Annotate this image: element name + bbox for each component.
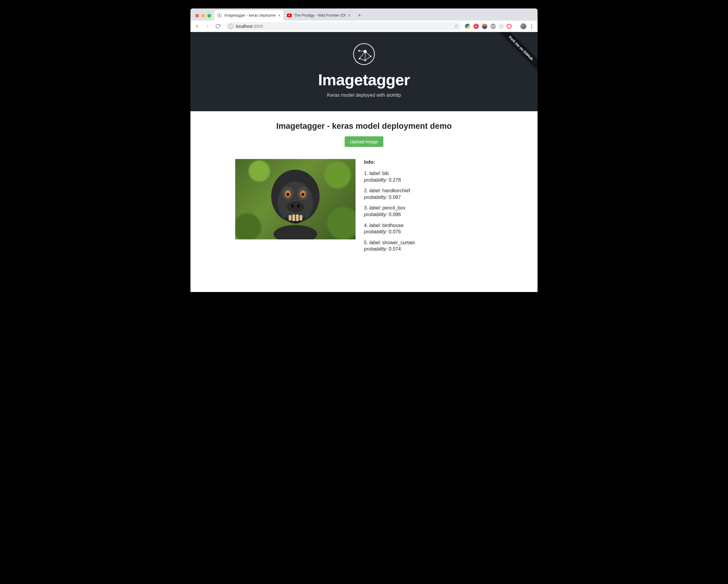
svg-line-5	[219, 15, 220, 16]
svg-point-0	[217, 13, 222, 18]
svg-rect-33	[292, 214, 295, 221]
extension-icon[interactable]	[482, 24, 487, 29]
tab-title: Imagetagger - keras deployme	[224, 13, 276, 18]
prediction-item: 2. label: handkerchiefprobability: 0.097	[364, 187, 415, 201]
svg-point-36	[274, 225, 317, 239]
svg-point-28	[302, 193, 305, 196]
svg-line-20	[365, 56, 371, 60]
browser-menu-button[interactable]	[529, 23, 534, 30]
reload-button[interactable]	[213, 22, 222, 30]
back-button[interactable]	[193, 22, 201, 30]
extension-icon[interactable]: A	[499, 24, 504, 29]
predictions-panel: Info: 1. label: bibprobability: 0.2782. …	[364, 159, 415, 257]
main-heading: Imagetagger - keras model deployment dem…	[190, 122, 538, 131]
main-section: Imagetagger - keras model deployment dem…	[190, 111, 538, 257]
svg-rect-34	[296, 214, 299, 221]
site-info-icon[interactable]: i	[229, 24, 233, 29]
forward-button[interactable]	[203, 22, 212, 30]
prediction-item: 4. label: birdhouseprobability: 0.076	[364, 222, 415, 235]
result-row: Info: 1. label: bibprobability: 0.2782. …	[190, 147, 538, 257]
browser-window: Imagetagger - keras deployme × The Prodi…	[190, 8, 538, 292]
hero-section: Imagetagger Keras model deployed with ai…	[190, 32, 538, 111]
svg-line-18	[365, 51, 371, 56]
window-minimize-button[interactable]	[201, 14, 205, 18]
upload-image-button[interactable]: Upload image	[345, 136, 384, 147]
extension-icons: ABP A	[465, 23, 535, 30]
svg-point-31	[297, 204, 300, 208]
address-bar[interactable]: i localhost:8000 ☆	[226, 22, 461, 30]
youtube-icon	[287, 13, 292, 18]
page-content: Imagetagger Keras model deployed with ai…	[190, 32, 538, 292]
svg-line-16	[360, 51, 365, 59]
opera-extension-icon[interactable]	[507, 24, 512, 29]
github-ribbon: Fork me on GitHub	[492, 32, 538, 77]
window-controls	[194, 14, 214, 21]
uploaded-image	[235, 159, 356, 239]
abp-extension-icon[interactable]: ABP	[490, 24, 496, 29]
svg-line-19	[360, 59, 365, 60]
python-extension-icon[interactable]	[465, 24, 470, 29]
url-host: localhost:8000	[236, 24, 263, 29]
logo-icon	[353, 43, 375, 65]
tab-close-button[interactable]: ×	[278, 13, 281, 18]
svg-point-9	[354, 44, 374, 65]
info-heading: Info:	[364, 159, 415, 166]
tab-title: The Prodigy - Wild Frontier (Of	[294, 13, 345, 18]
profile-avatar[interactable]	[520, 23, 526, 29]
new-tab-button[interactable]: +	[355, 11, 364, 20]
toolbar: i localhost:8000 ☆ ABP A	[190, 21, 538, 32]
toolbar-separator	[516, 23, 516, 29]
pocket-extension-icon[interactable]	[473, 24, 479, 29]
github-ribbon-link[interactable]: Fork me on GitHub	[494, 32, 538, 75]
window-close-button[interactable]	[195, 14, 199, 18]
svg-point-29	[287, 201, 304, 212]
bookmark-star-icon[interactable]: ☆	[454, 23, 458, 29]
tab-close-button[interactable]: ×	[348, 13, 350, 18]
svg-rect-32	[289, 215, 291, 220]
svg-point-30	[291, 204, 293, 208]
window-maximize-button[interactable]	[207, 14, 211, 18]
prediction-item: 3. label: pencil_boxprobability: 0.096	[364, 205, 415, 218]
tab-strip: Imagetagger - keras deployme × The Prodi…	[190, 8, 538, 21]
prediction-item: 5. label: shower_curtainprobability: 0.0…	[364, 239, 415, 253]
network-icon	[217, 13, 222, 18]
tab-youtube[interactable]: The Prodigy - Wild Frontier (Of ×	[284, 10, 354, 21]
svg-rect-35	[300, 215, 302, 220]
prediction-item: 1. label: bibprobability: 0.278	[364, 170, 415, 183]
svg-point-27	[286, 193, 289, 196]
hero-subtitle: Keras model deployed with aiohttp	[190, 92, 538, 98]
svg-line-4	[218, 15, 219, 16]
tab-imagetagger[interactable]: Imagetagger - keras deployme ×	[214, 10, 284, 21]
monkey-illustration	[256, 163, 335, 239]
hero-title: Imagetagger	[190, 71, 538, 89]
